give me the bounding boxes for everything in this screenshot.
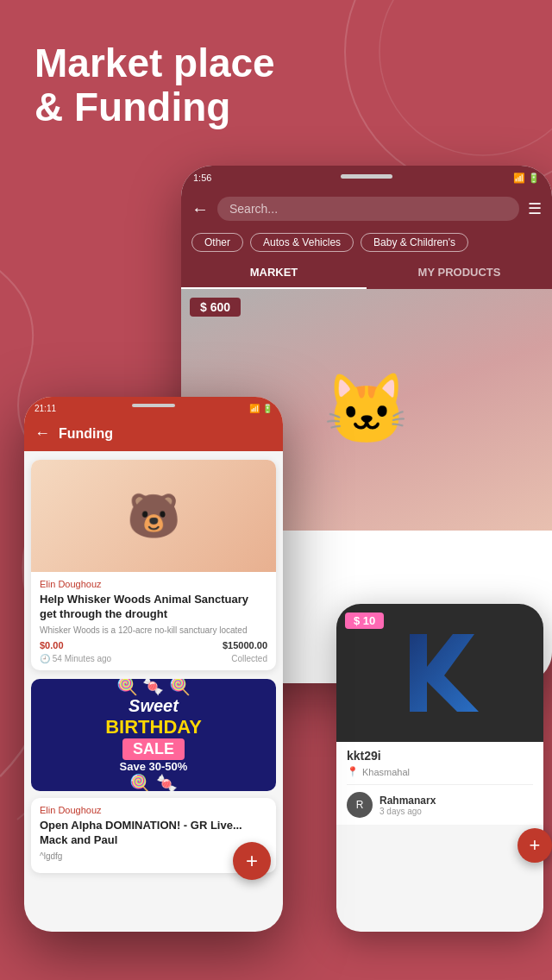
funding-time: 🕘 54 Minutes ago (40, 654, 111, 663)
funding-card-1[interactable]: 🐻 Elin Doughouz Help Whisker Woods Anima… (31, 460, 276, 670)
detail-body: kkt29i 📍 Khasmahal R Rahmanarx 3 days ag… (336, 742, 543, 825)
funding-ad-content: 🍭 🍬 🍭 Sweet BIRTHDAY SALE Save 30-50% 🍭 … (105, 679, 202, 791)
detail-user-info: Rahmanarx 3 days ago (380, 795, 436, 816)
detail-location: 📍 Khasmahal (347, 766, 533, 777)
funding-header: ← Funding (24, 419, 283, 451)
detail-phone: $ 10 kkt29i 📍 Khasmahal R Rahmanarx 3 da… (336, 604, 543, 932)
funding-ad-save: Save 30-50% (105, 760, 202, 773)
market-phone-speaker (341, 174, 392, 179)
funding-status-time: 21:11 (34, 404, 56, 413)
funding-phone-shell: 21:11 📶 🔋 ← Funding 🐻 Elin Doughouz Help… (24, 397, 283, 932)
funding-card-1-body: Elin Doughouz Help Whisker Woods Animal … (31, 572, 276, 670)
market-tabs: MARKET MY PRODUCTS (181, 257, 552, 289)
detail-user-avatar: R (347, 792, 373, 818)
tab-my-products[interactable]: MY PRODUCTS (367, 257, 552, 289)
market-status-time: 1:56 (193, 173, 211, 183)
detail-logo-svg (397, 625, 483, 720)
detail-product-image: $ 10 (336, 604, 543, 742)
market-search-input[interactable] (217, 197, 519, 221)
detail-username: Rahmanarx (380, 795, 436, 807)
funding-raised: $0.00 (40, 640, 64, 650)
page-title: Market place & Funding (34, 41, 275, 129)
detail-product-name: kkt29i (347, 749, 533, 763)
funding-card-1-image: 🐻 (31, 460, 276, 572)
market-chips: Other Autos & Vehicles Baby & Children's (181, 228, 552, 257)
funding-status: Collected (231, 654, 267, 663)
market-search-bar: ← ☰ (181, 190, 552, 228)
chip-other[interactable]: Other (191, 233, 243, 252)
funding-card-2-title: Open Alpha DOMINATION! - GR Live... Mack… (40, 819, 267, 848)
tab-market[interactable]: MARKET (181, 257, 367, 289)
market-back-icon[interactable]: ← (191, 199, 209, 219)
funding-fab-button[interactable]: + (233, 842, 271, 880)
chip-autos[interactable]: Autos & Vehicles (250, 233, 354, 252)
funding-ad-birthday: BIRTHDAY (105, 716, 202, 738)
funding-title: Funding (59, 426, 113, 442)
funding-card-1-meta: 🕘 54 Minutes ago Collected (40, 654, 267, 663)
funding-ad-sale: SALE (122, 738, 185, 760)
detail-price-badge: $ 10 (345, 612, 384, 629)
detail-location-text: Khasmahal (362, 767, 410, 777)
funding-card-2-author: Elin Doughouz (40, 805, 267, 815)
funding-status-icons: 📶 🔋 (249, 404, 273, 413)
funding-ad-sweet: Sweet (105, 696, 202, 716)
funding-phone-speaker (132, 404, 175, 407)
funding-phone: 21:11 📶 🔋 ← Funding 🐻 Elin Doughouz Help… (24, 397, 283, 932)
detail-time-ago: 3 days ago (380, 807, 436, 816)
funding-card-1-progress: $0.00 $15000.00 (40, 640, 267, 650)
funding-ad[interactable]: 🍭 🍬 🍭 Sweet BIRTHDAY SALE Save 30-50% 🍭 … (31, 679, 276, 791)
market-status-icons: 📶 🔋 (513, 173, 540, 184)
funding-goal: $15000.00 (223, 640, 267, 650)
chip-baby[interactable]: Baby & Children's (361, 233, 468, 252)
detail-user-row: R Rahmanarx 3 days ago (347, 784, 533, 818)
funding-card-1-title: Help Whisker Woods Animal Sanctuary get … (40, 593, 267, 622)
detail-fab-button[interactable]: + (518, 828, 552, 863)
market-filter-icon[interactable]: ☰ (528, 199, 542, 218)
funding-ad-candy-bottom: 🍭 🍬 (105, 773, 202, 791)
location-pin-icon: 📍 (347, 766, 359, 777)
product-price-badge: $ 600 (190, 298, 241, 317)
funding-status-bar: 21:11 📶 🔋 (24, 397, 283, 419)
funding-ad-candy-top: 🍭 🍬 🍭 (105, 679, 202, 697)
funding-back-icon[interactable]: ← (34, 424, 50, 443)
funding-card-1-desc: Whisker Woods is a 120-acre no-kill sanc… (40, 625, 267, 635)
detail-phone-shell: $ 10 kkt29i 📍 Khasmahal R Rahmanarx 3 da… (336, 604, 543, 932)
funding-card-1-author: Elin Doughouz (40, 579, 267, 589)
